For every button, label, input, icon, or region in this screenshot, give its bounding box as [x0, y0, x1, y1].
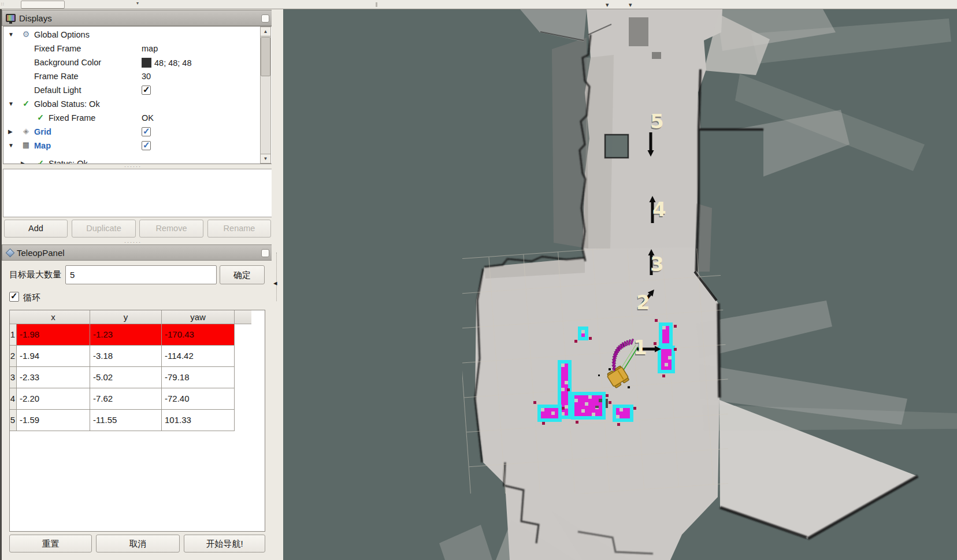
- tree-row-background-color[interactable]: Background Color 48; 48; 48: [3, 56, 258, 70]
- map-canvas[interactable]: 1122334455: [283, 9, 957, 560]
- teleop-diamond-icon: [6, 248, 15, 257]
- tree-value[interactable]: map: [142, 44, 158, 53]
- expand-right-icon[interactable]: ▶: [8, 128, 13, 135]
- default-light-checkbox[interactable]: ✓: [142, 86, 151, 95]
- waypoint-cell[interactable]: -11.55: [90, 410, 162, 431]
- toolbar-separator: [376, 2, 377, 7]
- obstacle-cluster: [533, 401, 565, 425]
- status-ok-check-icon: ✓: [21, 99, 31, 108]
- add-button[interactable]: Add: [4, 220, 68, 238]
- cancel-button[interactable]: 取消: [96, 535, 180, 552]
- toolbar-dropdown-arrow-1-icon[interactable]: ▾: [606, 1, 609, 9]
- tree-value[interactable]: 48; 48; 48: [142, 58, 192, 68]
- col-header-yaw[interactable]: yaw: [162, 310, 235, 324]
- waypoint-cell[interactable]: 101.33: [162, 410, 235, 431]
- tree-row-fixed-frame-status[interactable]: ✓ Fixed Frame OK: [3, 112, 258, 125]
- property-area: [3, 169, 272, 217]
- waypoint-number: 1: [633, 336, 647, 359]
- teleop-float-button[interactable]: [261, 249, 269, 257]
- tree-label: Global Options: [34, 30, 90, 39]
- toolbar-pressed-button[interactable]: [21, 1, 65, 9]
- col-header-x[interactable]: x: [17, 310, 90, 324]
- grid-display-icon: ◈: [21, 127, 31, 135]
- toolbar-mini-dropdown-icon[interactable]: ▾: [136, 1, 139, 6]
- rviz-window: ∷ ▾ ▾ ▾ Displays ▼ ⚙ Global Options Fixe…: [0, 0, 957, 560]
- duplicate-button[interactable]: Duplicate: [72, 220, 136, 238]
- color-swatch: [142, 58, 151, 68]
- grid-enabled-checkbox[interactable]: ✓: [142, 127, 151, 136]
- confirm-button[interactable]: 确定: [220, 265, 265, 284]
- tree-scrollbar[interactable]: ▲ ▼: [260, 27, 271, 164]
- waypoint-cell[interactable]: -2.20: [17, 388, 90, 410]
- collapse-panel-icon[interactable]: ◂: [273, 279, 277, 287]
- reset-button[interactable]: 重置: [9, 535, 92, 552]
- tree-row-fixed-frame[interactable]: Fixed Frame map: [3, 42, 258, 56]
- col-header-filler: [235, 310, 251, 324]
- waypoint-number: 2: [636, 291, 650, 314]
- max-goal-input[interactable]: [65, 265, 217, 284]
- map-3d-view[interactable]: 1122334455: [283, 9, 957, 560]
- start-nav-button[interactable]: 开始导航!: [184, 535, 265, 552]
- loop-checkbox[interactable]: ✓: [9, 292, 19, 302]
- expand-right-icon[interactable]: ▶: [21, 160, 25, 164]
- scroll-down-icon[interactable]: ▼: [261, 154, 270, 163]
- obstacle-cluster: [567, 388, 609, 424]
- tree-label: Default Light: [34, 86, 81, 95]
- expand-down-icon[interactable]: ▼: [8, 101, 14, 107]
- row-number-cell: 2: [10, 346, 17, 367]
- map-enabled-checkbox[interactable]: ✓: [142, 141, 151, 150]
- dock-splitter[interactable]: ◂: [272, 9, 283, 560]
- expand-down-icon[interactable]: ▼: [8, 31, 14, 38]
- col-header-blank: [10, 310, 17, 324]
- rename-button[interactable]: Rename: [207, 220, 271, 238]
- displays-panel-title: Displays: [19, 13, 52, 23]
- col-header-y[interactable]: y: [90, 310, 162, 324]
- tree-row-map[interactable]: ▼ ▦ Map ✓: [3, 139, 258, 153]
- tree-label: Background Color: [34, 58, 101, 67]
- max-goal-label: 目标最大数量: [9, 269, 61, 280]
- scroll-up-icon[interactable]: ▲: [261, 27, 270, 36]
- row-number-cell: 1: [10, 324, 17, 346]
- toolbar: ∷ ▾ ▾ ▾: [0, 0, 957, 9]
- scroll-thumb[interactable]: [261, 37, 270, 76]
- remove-button[interactable]: Remove: [139, 220, 203, 238]
- left-dock: Displays ▼ ⚙ Global Options Fixed Frame …: [0, 9, 272, 560]
- waypoint-marker-4[interactable]: 44: [650, 196, 666, 223]
- waypoint-cell[interactable]: -3.18: [90, 346, 162, 367]
- toolbar-grip-icon[interactable]: ∷: [1, 2, 5, 7]
- waypoint-marker-3[interactable]: 33: [648, 249, 664, 277]
- displays-float-button[interactable]: [261, 14, 269, 23]
- splitter-dotted-line: [276, 253, 277, 301]
- tree-label: Grid: [34, 127, 51, 136]
- tree-value: OK: [142, 113, 154, 123]
- teleop-panel-header[interactable]: TeleopPanel: [2, 244, 273, 261]
- status-ok-check-icon: ✓: [35, 113, 46, 122]
- waypoint-cell[interactable]: -7.62: [90, 388, 162, 410]
- tree-row-global-status[interactable]: ▼ ✓ Global Status: Ok: [3, 98, 258, 112]
- waypoint-cell[interactable]: -1.59: [17, 410, 90, 431]
- splitter-handle-dots[interactable]: ······: [124, 164, 142, 169]
- tree-row-grid[interactable]: ▶ ◈ Grid ✓: [3, 125, 258, 139]
- tree-label: Global Status: Ok: [34, 99, 100, 109]
- toolbar-dropdown-arrow-2-icon[interactable]: ▾: [629, 1, 632, 9]
- waypoint-cell[interactable]: -72.40: [162, 388, 235, 410]
- row-number-cell: 4: [10, 388, 17, 410]
- tree-row-default-light[interactable]: Default Light ✓: [3, 84, 258, 98]
- displays-panel-header[interactable]: Displays: [2, 10, 273, 26]
- tree-row-global-options[interactable]: ▼ ⚙ Global Options: [3, 28, 258, 42]
- waypoint-cell[interactable]: -79.18: [162, 367, 235, 388]
- waypoint-cell[interactable]: -114.42: [162, 346, 235, 367]
- waypoint-cell[interactable]: -170.43: [162, 324, 235, 346]
- waypoint-cell[interactable]: -5.02: [90, 367, 162, 388]
- status-ok-check-icon: ✓: [35, 158, 46, 164]
- tree-label: Map: [34, 141, 51, 150]
- waypoint-number: 3: [650, 253, 664, 276]
- tree-label: Fixed Frame: [49, 113, 95, 123]
- waypoint-cell[interactable]: -1.23: [90, 324, 162, 346]
- waypoint-cell[interactable]: -2.33: [17, 367, 90, 388]
- waypoint-cell[interactable]: -1.98: [17, 324, 90, 346]
- tree-row-frame-rate[interactable]: Frame Rate 30: [3, 70, 258, 84]
- expand-down-icon[interactable]: ▼: [8, 142, 14, 149]
- tree-value[interactable]: 30: [142, 72, 151, 81]
- waypoint-cell[interactable]: -1.94: [17, 346, 90, 367]
